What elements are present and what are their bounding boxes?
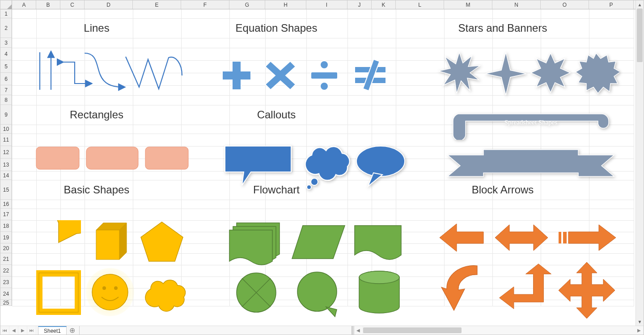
column-header[interactable]: D: [85, 0, 133, 9]
spreadsheet-app: 1234567891011121314151617181920212223242…: [0, 0, 644, 335]
grid-body[interactable]: LinesEquation ShapesStars and BannersRec…: [12, 9, 636, 326]
column-header[interactable]: L: [396, 0, 444, 9]
row-header[interactable]: 3: [0, 38, 12, 48]
hscroll-right-icon[interactable]: ▶: [635, 326, 644, 335]
column-header[interactable]: P: [589, 0, 634, 9]
sheet-tab[interactable]: Sheet1: [38, 326, 67, 335]
row-header[interactable]: 21: [0, 253, 12, 265]
tab-nav-first-icon[interactable]: ⏮: [0, 326, 9, 335]
row-header[interactable]: 24: [0, 288, 12, 300]
select-all-corner[interactable]: [0, 0, 12, 9]
row-header[interactable]: 19: [0, 232, 12, 243]
sheet-area: 1234567891011121314151617181920212223242…: [0, 0, 644, 326]
column-header[interactable]: F: [181, 0, 229, 9]
add-sheet-icon[interactable]: ⊕: [67, 326, 77, 335]
hscroll-thumb[interactable]: [363, 327, 462, 333]
tab-nav-next-icon[interactable]: ▶: [18, 326, 27, 335]
hscroll-left-icon[interactable]: ◀: [354, 326, 363, 335]
vscroll-thumb[interactable]: [637, 8, 643, 62]
row-header[interactable]: 6: [0, 73, 12, 85]
column-header[interactable]: G: [229, 0, 265, 9]
column-header[interactable]: O: [541, 0, 589, 9]
row-header[interactable]: 4: [0, 48, 12, 60]
row-header[interactable]: 23: [0, 276, 12, 288]
column-header[interactable]: E: [133, 0, 181, 9]
row-header[interactable]: 10: [0, 125, 12, 134]
column-header[interactable]: J: [347, 0, 372, 9]
column-header[interactable]: M: [444, 0, 492, 9]
column-header[interactable]: H: [265, 0, 306, 9]
column-header[interactable]: N: [492, 0, 541, 9]
row-header[interactable]: 20: [0, 243, 12, 253]
row-header[interactable]: 13: [0, 159, 12, 171]
row-header[interactable]: 7: [0, 85, 12, 95]
row-header[interactable]: 1: [0, 9, 12, 18]
row-header[interactable]: 12: [0, 146, 12, 159]
horizontal-scrollbar[interactable]: [363, 326, 635, 335]
row-header[interactable]: 25: [0, 300, 12, 306]
row-header[interactable]: 15: [0, 180, 12, 200]
row-header[interactable]: 22: [0, 265, 12, 276]
row-header-column: 1234567891011121314151617181920212223242…: [0, 0, 12, 326]
column-headers[interactable]: ABCDEFGHIJKLMNOP: [12, 0, 636, 9]
row-header[interactable]: 16: [0, 200, 12, 209]
sheet-tab-bar: ⏮ ◀ ▶ ⏭ Sheet1 ⊕ ◀ ▶: [0, 326, 644, 335]
row-header[interactable]: 18: [0, 220, 12, 232]
row-header[interactable]: 8: [0, 95, 12, 105]
column-header[interactable]: C: [60, 0, 85, 9]
column-header[interactable]: I: [306, 0, 347, 9]
tab-nav-prev-icon[interactable]: ◀: [9, 326, 18, 335]
scroll-up-icon[interactable]: ▲: [636, 0, 644, 8]
vertical-scrollbar[interactable]: ▲ ▼: [636, 0, 644, 326]
column-header[interactable]: K: [372, 0, 396, 9]
row-header[interactable]: 17: [0, 209, 12, 220]
row-header[interactable]: 11: [0, 134, 12, 146]
scroll-down-icon[interactable]: ▼: [636, 318, 644, 326]
row-header[interactable]: 14: [0, 171, 12, 180]
column-header[interactable]: B: [36, 0, 60, 9]
row-header[interactable]: 9: [0, 105, 12, 125]
column-header[interactable]: A: [12, 0, 36, 9]
row-header[interactable]: 2: [0, 18, 12, 38]
tab-nav-last-icon[interactable]: ⏭: [27, 326, 36, 335]
row-header[interactable]: 5: [0, 60, 12, 73]
